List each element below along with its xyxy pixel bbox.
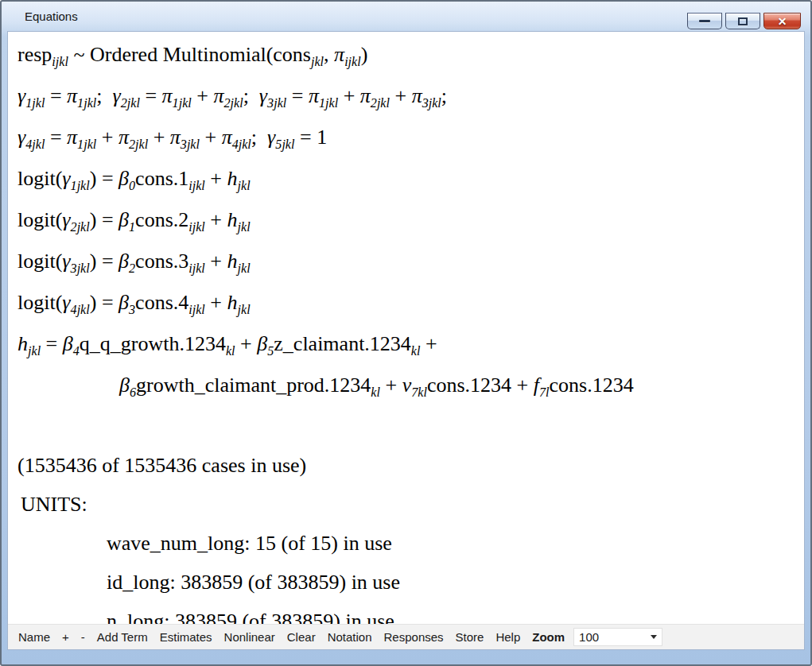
math-subscript: 0 bbox=[129, 179, 135, 192]
math-text: resp bbox=[17, 43, 52, 66]
equation-line[interactable]: logit(γ3jkl) = β2cons.3ijkl + hjkl bbox=[17, 242, 799, 283]
equations-window: Equations ✕ respijkl ~ Ordered Multinomi… bbox=[0, 0, 812, 666]
math-subscript: 2jkl bbox=[223, 96, 243, 110]
math-variable: β bbox=[63, 332, 73, 355]
equation-line[interactable]: γ1jkl = π1jkl; γ2jkl = π1jkl + π2jkl; γ3… bbox=[17, 76, 799, 118]
math-variable: β bbox=[118, 250, 129, 273]
math-variable: γ bbox=[62, 208, 70, 231]
estimates-button[interactable]: Estimates bbox=[160, 630, 212, 644]
plus-button[interactable]: + bbox=[62, 630, 69, 644]
math-variable: h bbox=[227, 167, 238, 190]
notation-button[interactable]: Notation bbox=[328, 630, 372, 644]
cases-in-use-note: (1535436 of 1535436 cases in use) bbox=[17, 446, 799, 485]
math-subscript: 3jkl bbox=[71, 261, 90, 275]
units-list: wave_num_long: 15 (of 15) in useid_long:… bbox=[17, 524, 799, 624]
math-subscript: ijkl bbox=[188, 220, 205, 234]
math-subscript: 1jkl bbox=[173, 96, 192, 110]
math-subscript: 3jkl bbox=[422, 96, 441, 110]
math-variable: β bbox=[118, 208, 129, 231]
equation-line[interactable]: respijkl ~ Ordered Multinomial(consjkl, … bbox=[17, 35, 799, 76]
math-text: + bbox=[235, 332, 258, 355]
math-variable: γ bbox=[113, 84, 121, 107]
chevron-down-icon bbox=[651, 635, 657, 639]
math-subscript: kl bbox=[226, 344, 235, 358]
math-text: cons bbox=[273, 43, 311, 66]
math-text: cons.1 bbox=[135, 167, 188, 190]
math-subscript: ijkl bbox=[188, 261, 205, 275]
math-text: + bbox=[390, 84, 412, 107]
math-variable: h bbox=[227, 291, 238, 314]
math-subscript: jkl bbox=[238, 220, 251, 234]
math-subscript: jkl bbox=[311, 55, 324, 68]
maximize-button[interactable] bbox=[725, 13, 760, 29]
math-subscript: ijkl bbox=[188, 303, 205, 316]
equation-line[interactable]: γ4jkl = π1jkl + π2jkl + π3jkl + π4jkl; γ… bbox=[17, 118, 799, 159]
help-button[interactable]: Help bbox=[495, 630, 520, 644]
zoom-combobox[interactable]: 100 bbox=[573, 628, 662, 646]
math-subscript: 5 bbox=[267, 344, 274, 358]
math-text: + bbox=[205, 208, 227, 231]
store-button[interactable]: Store bbox=[456, 630, 484, 644]
math-variable: h bbox=[227, 208, 238, 231]
math-text: = bbox=[286, 84, 309, 107]
clear-button[interactable]: Clear bbox=[287, 630, 316, 644]
math-subscript: ijkl bbox=[344, 55, 361, 68]
math-variable: f bbox=[534, 374, 539, 397]
math-subscript: 4jkl bbox=[232, 137, 251, 151]
equation-line[interactable]: logit(γ4jkl) = β3cons.4ijkl + hjkl bbox=[17, 283, 799, 324]
math-text: ; bbox=[243, 84, 259, 107]
unit-line: n_long: 383859 (of 383859) in use bbox=[17, 602, 799, 624]
minimize-button[interactable] bbox=[687, 13, 722, 29]
equation-line[interactable]: logit(γ2jkl) = β1cons.2ijkl + hjkl bbox=[17, 200, 799, 242]
responses-button[interactable]: Responses bbox=[384, 630, 444, 644]
add-term-button[interactable]: Add Term bbox=[97, 630, 148, 644]
nonlinear-button[interactable]: Nonlinear bbox=[224, 630, 275, 644]
math-variable: γ bbox=[267, 126, 275, 149]
math-text: cons.2 bbox=[135, 208, 188, 231]
equation-line[interactable]: hjkl = β4q_q_growth.1234kl + β5z_claiman… bbox=[17, 324, 799, 366]
close-button[interactable]: ✕ bbox=[763, 13, 801, 29]
math-subscript: 4jkl bbox=[25, 137, 45, 151]
name-button[interactable]: Name bbox=[18, 630, 50, 644]
math-subscript: 2jkl bbox=[129, 137, 148, 151]
math-text: q_q_growth.1234 bbox=[80, 332, 226, 355]
unit-line: id_long: 383859 (of 383859) in use bbox=[17, 563, 799, 602]
math-text: logit( bbox=[17, 291, 62, 314]
math-subscript: 2jkl bbox=[371, 96, 390, 110]
math-subscript: jkl bbox=[238, 261, 251, 275]
math-text: + bbox=[380, 374, 402, 397]
math-variable: h bbox=[227, 250, 238, 273]
math-text: cons.4 bbox=[135, 291, 188, 314]
math-text: + bbox=[205, 250, 227, 273]
math-text: z_claimant.1234 bbox=[274, 332, 411, 355]
equations-display: respijkl ~ Ordered Multinomial(consjkl, … bbox=[8, 32, 804, 624]
math-subscript: 1jkl bbox=[71, 179, 90, 192]
math-text: + bbox=[192, 84, 214, 107]
math-subscript: 1jkl bbox=[25, 96, 45, 110]
math-text: ) = bbox=[90, 291, 118, 314]
minimize-icon bbox=[699, 20, 710, 22]
zoom-value: 100 bbox=[579, 630, 651, 644]
math-subscript: jkl bbox=[238, 179, 251, 192]
math-text: = bbox=[41, 332, 63, 355]
minus-button[interactable]: - bbox=[81, 630, 85, 644]
math-text: ) = bbox=[90, 250, 118, 273]
math-variable: π bbox=[213, 84, 223, 107]
math-text: + bbox=[205, 167, 227, 190]
math-subscript: ijkl bbox=[52, 55, 68, 68]
math-text: ) bbox=[361, 43, 368, 66]
math-variable: π bbox=[170, 126, 181, 149]
math-variable: β bbox=[257, 332, 267, 355]
math-subscript: 3jkl bbox=[267, 96, 286, 110]
math-text: + bbox=[148, 126, 170, 149]
maximize-icon bbox=[738, 17, 748, 25]
math-subscript: 5jkl bbox=[275, 137, 294, 151]
titlebar[interactable]: Equations bbox=[7, 2, 805, 31]
math-text: ; bbox=[251, 126, 267, 149]
math-subscript: kl bbox=[411, 344, 421, 358]
equation-line[interactable]: β6growth_claimant_prod.1234kl + v7klcons… bbox=[17, 366, 799, 407]
math-variable: π bbox=[162, 84, 173, 107]
math-text: + bbox=[421, 332, 437, 355]
math-variable: π bbox=[67, 126, 77, 149]
equation-line[interactable]: logit(γ1jkl) = β0cons.1ijkl + hjkl bbox=[17, 159, 799, 200]
